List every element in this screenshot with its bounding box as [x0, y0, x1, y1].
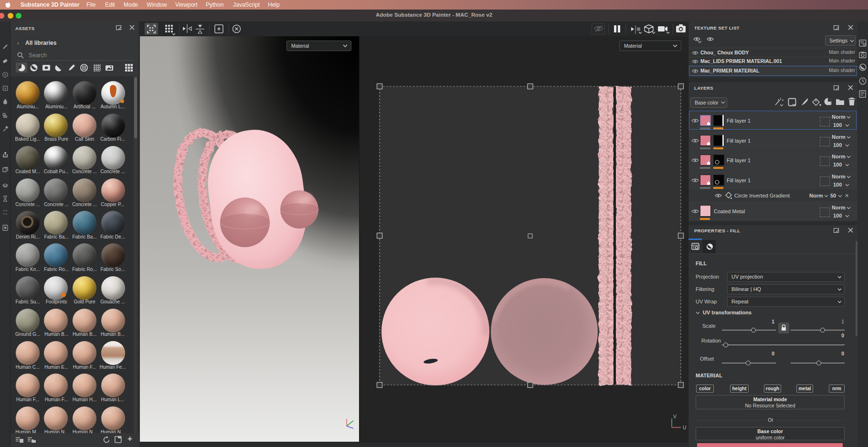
svg-text:V: V [673, 414, 677, 419]
svg-text:U: U [683, 425, 686, 430]
